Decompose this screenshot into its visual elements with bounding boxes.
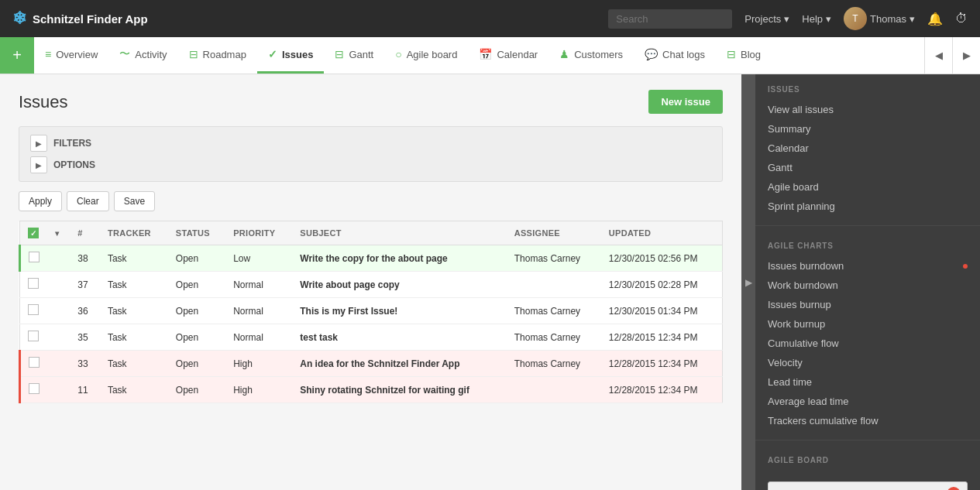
- sidebar: ISSUES View all issues Summary Calendar …: [755, 74, 980, 490]
- nav-item-activity[interactable]: 〜 Activity: [108, 37, 177, 74]
- cell-sort: [47, 377, 70, 403]
- cell-subject[interactable]: This is my First Issue!: [292, 298, 506, 324]
- cell-tracker: Task: [100, 298, 168, 324]
- select-all-checkbox[interactable]: ✓: [28, 228, 39, 238]
- table-row: 38 Task Open Low Write the copy for the …: [20, 245, 723, 272]
- filters-label: FILTERS: [53, 138, 91, 149]
- sidebar-item-lead-time[interactable]: Lead time: [768, 372, 968, 392]
- cell-status: Open: [168, 351, 225, 377]
- sidebar-item-work-burndown[interactable]: Work burndown: [768, 276, 968, 295]
- row-checkbox[interactable]: [29, 383, 40, 394]
- chat-logs-icon: 💬: [645, 48, 658, 60]
- notifications-icon[interactable]: 🔔: [927, 12, 943, 26]
- nav-item-gantt[interactable]: ⊟ Gantt: [324, 37, 384, 74]
- secondary-nav: + ≡ Overview 〜 Activity ⊟ Roadmap ✓ Issu…: [0, 37, 980, 74]
- sidebar-item-issues-burndown[interactable]: Issues burndown: [768, 256, 968, 276]
- activity-icon: 〜: [119, 47, 130, 61]
- sidebar-item-cumulative-flow[interactable]: Cumulative flow: [768, 334, 968, 353]
- col-number[interactable]: #: [70, 221, 100, 245]
- sidebar-item-view-all-issues[interactable]: View all issues: [768, 100, 968, 119]
- col-tracker[interactable]: TRACKER: [100, 221, 168, 245]
- sidebar-agile-charts-title: AGILE CHARTS: [768, 242, 968, 250]
- cell-assignee: Thomas Carney: [507, 245, 601, 272]
- calendar-icon: 📅: [479, 48, 492, 60]
- sidebar-item-agile-board[interactable]: Agile board: [768, 177, 968, 197]
- issues-table: ✓ ▾ # TRACKER STATUS PRIORITY SUBJECT AS…: [19, 221, 723, 403]
- top-nav-help[interactable]: Help ▾: [802, 13, 831, 25]
- sidebar-divider-1: [755, 225, 980, 226]
- col-subject[interactable]: SUBJECT: [292, 221, 506, 245]
- cell-subject[interactable]: Write about page copy: [292, 272, 506, 298]
- cell-subject[interactable]: test task: [292, 324, 506, 351]
- top-nav-projects[interactable]: Projects ▾: [744, 13, 789, 25]
- nav-next-arrow[interactable]: ▶: [952, 37, 980, 74]
- save-button[interactable]: Save: [114, 191, 155, 211]
- nav-item-calendar[interactable]: 📅 Calendar: [468, 37, 548, 74]
- sidebar-item-average-lead-time[interactable]: Average lead time: [768, 392, 968, 411]
- nav-item-blog[interactable]: ⊟ Blog: [716, 37, 772, 74]
- sidebar-item-issues-burnup[interactable]: Issues burnup: [768, 295, 968, 314]
- sidebar-item-calendar[interactable]: Calendar: [768, 139, 968, 158]
- user-menu[interactable]: T Thomas ▾: [844, 7, 915, 30]
- content-area: Issues New issue ▶ FILTERS ▶ OPTIONS App…: [0, 74, 741, 490]
- options-label: OPTIONS: [53, 159, 95, 170]
- cell-subject[interactable]: Shiny rotating Schnitzel for waiting gif: [292, 377, 506, 403]
- nav-item-issues[interactable]: ✓ Issues: [257, 37, 324, 74]
- cell-tracker: Task: [100, 324, 168, 351]
- nav-item-agile-board[interactable]: ○ Agile board: [384, 37, 468, 74]
- sidebar-item-sprint-planning[interactable]: Sprint planning: [768, 197, 968, 216]
- sidebar-item-work-burnup[interactable]: Work burnup: [768, 314, 968, 334]
- apply-button[interactable]: Apply: [19, 191, 62, 211]
- top-nav: ❄ Schnitzel Finder App Projects ▾ Help ▾…: [0, 0, 980, 37]
- cell-updated: 12/28/2015 12:34 PM: [601, 324, 723, 351]
- cell-tracker: Task: [100, 351, 168, 377]
- chat-bar[interactable]: Chat (offline) ▲ ✕: [768, 481, 968, 490]
- nav-item-overview[interactable]: ≡ Overview: [34, 37, 108, 74]
- col-sort: ▾: [47, 221, 70, 245]
- sidebar-toggle-button[interactable]: ▶: [741, 74, 755, 490]
- nav-item-customers[interactable]: ♟ Customers: [548, 37, 634, 74]
- app-logo[interactable]: ❄ Schnitzel Finder App: [12, 9, 148, 29]
- nav-item-chat-logs[interactable]: 💬 Chat logs: [634, 37, 716, 74]
- cell-updated: 12/30/2015 02:56 PM: [601, 245, 723, 272]
- content-header: Issues New issue: [19, 90, 723, 114]
- cell-sort: [47, 272, 70, 298]
- search-input[interactable]: [608, 9, 732, 29]
- add-button[interactable]: +: [0, 37, 34, 74]
- col-updated[interactable]: UPDATED: [601, 221, 723, 245]
- sidebar-item-trackers-cumulative-flow[interactable]: Trackers cumulative flow: [768, 411, 968, 430]
- cell-updated: 12/30/2015 01:34 PM: [601, 298, 723, 324]
- cell-priority: Normal: [225, 298, 292, 324]
- cell-assignee: [507, 272, 601, 298]
- timer-icon[interactable]: ⏱: [955, 12, 968, 26]
- clear-button[interactable]: Clear: [67, 191, 109, 211]
- options-toggle[interactable]: ▶: [30, 156, 47, 173]
- row-checkbox[interactable]: [28, 304, 39, 315]
- filters-panel: ▶ FILTERS ▶ OPTIONS: [19, 126, 723, 182]
- sort-icon[interactable]: ▾: [55, 229, 59, 238]
- cell-sort: [47, 245, 70, 272]
- row-checkbox[interactable]: [29, 252, 40, 262]
- row-checkbox[interactable]: [28, 278, 39, 289]
- row-checkbox[interactable]: [28, 331, 39, 341]
- new-issue-button[interactable]: New issue: [648, 90, 723, 114]
- filters-toggle[interactable]: ▶: [30, 135, 47, 152]
- nav-item-roadmap[interactable]: ⊟ Roadmap: [178, 37, 257, 74]
- chat-close-button[interactable]: ✕: [947, 487, 961, 490]
- cell-number: 37: [70, 272, 100, 298]
- sidebar-item-velocity[interactable]: Velocity: [768, 353, 968, 372]
- cell-subject[interactable]: Write the copy for the about page: [292, 245, 506, 272]
- sidebar-item-summary[interactable]: Summary: [768, 119, 968, 139]
- cell-tracker: Task: [100, 272, 168, 298]
- sidebar-issues-section: ISSUES View all issues Summary Calendar …: [755, 74, 980, 221]
- col-assignee[interactable]: ASSIGNEE: [507, 221, 601, 245]
- cell-subject[interactable]: An idea for the Schnitzel Finder App: [292, 351, 506, 377]
- cell-priority: Low: [225, 245, 292, 272]
- col-status[interactable]: STATUS: [168, 221, 225, 245]
- row-checkbox[interactable]: [29, 357, 40, 368]
- sidebar-item-gantt[interactable]: Gantt: [768, 158, 968, 177]
- col-priority[interactable]: PRIORITY: [225, 221, 292, 245]
- cell-status: Open: [168, 298, 225, 324]
- nav-prev-arrow[interactable]: ◀: [924, 37, 952, 74]
- cell-number: 38: [70, 245, 100, 272]
